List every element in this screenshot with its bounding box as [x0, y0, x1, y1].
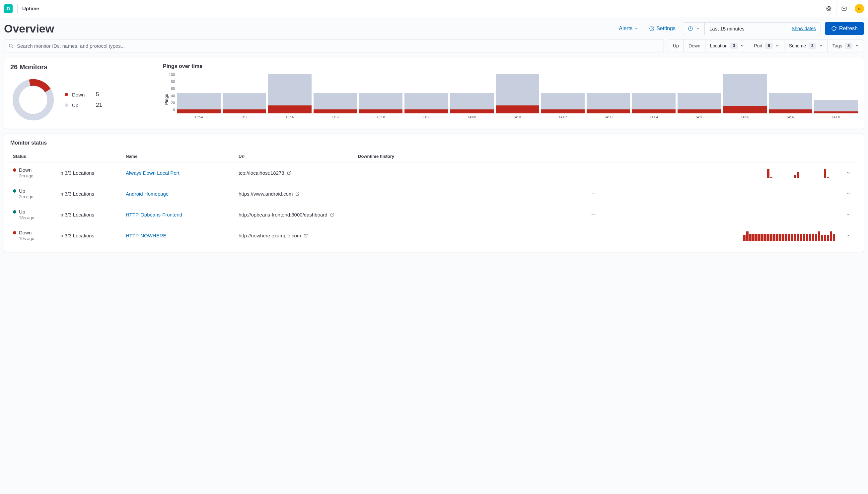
external-link-icon[interactable]: [330, 212, 334, 217]
downtime-bar: [809, 234, 811, 241]
pings-bar-down: [587, 109, 630, 113]
pings-bar-down: [541, 109, 585, 113]
status-dot: [13, 231, 16, 234]
y-tick: 100: [169, 73, 175, 77]
downtime-bar: [785, 178, 787, 178]
y-tick: 60: [169, 87, 175, 91]
x-tick: 13:55: [240, 115, 248, 119]
pings-bar-column: 14:03: [587, 74, 630, 119]
monitor-name-link[interactable]: Android Homepage: [126, 191, 169, 196]
name-cell: Always Down Local Port: [126, 170, 239, 176]
pings-bar-column: 14:00: [450, 74, 493, 119]
show-dates-link[interactable]: Show dates: [792, 26, 816, 31]
status-cell: Up18s ago: [13, 209, 59, 220]
downtime-empty: --: [358, 211, 842, 218]
time-quick-select[interactable]: [683, 22, 704, 35]
expand-row-button[interactable]: [842, 192, 855, 196]
th-name: Name: [126, 154, 239, 159]
monitor-name-link[interactable]: HTTP-NOWHERE: [126, 233, 167, 239]
downtime-bar: [803, 178, 805, 178]
page-header-row: Overview Alerts Settings Last 15 minutes…: [4, 22, 864, 35]
expand-row-button[interactable]: [842, 171, 855, 175]
downtime-bar: [830, 231, 832, 241]
pings-y-axis-label: Pings: [163, 73, 169, 119]
pings-bar-up: [314, 93, 357, 110]
filter-down[interactable]: Down: [684, 39, 705, 52]
pings-bar-up: [541, 93, 585, 110]
downtime-bar: [779, 178, 781, 178]
pings-bar-column: 13:57: [314, 74, 357, 119]
expand-row-button[interactable]: [842, 233, 855, 238]
breadcrumb-uptime[interactable]: Uptime: [22, 6, 39, 11]
filter-tags[interactable]: Tags 8: [828, 39, 864, 52]
downtime-bar: [791, 234, 793, 241]
pings-bar-up: [177, 93, 220, 110]
external-link-icon[interactable]: [295, 192, 300, 196]
refresh-button[interactable]: Refresh: [825, 22, 864, 35]
monitor-status-table: Status Name Url Downtime history Down2m …: [10, 151, 858, 246]
x-tick: 14:01: [513, 115, 522, 119]
pings-bar-down: [723, 106, 767, 113]
legend-up: Up 21: [65, 100, 102, 110]
pings-bar-up: [769, 93, 812, 110]
x-tick: 13:59: [422, 115, 430, 119]
downtime-bar: [773, 234, 775, 241]
pings-bar-up: [723, 74, 767, 106]
downtime-bar: [749, 234, 752, 241]
user-avatar[interactable]: e: [855, 4, 864, 13]
status-cell: Down2m ago: [13, 167, 59, 178]
x-tick: 14:03: [604, 115, 612, 119]
alerts-label: Alerts: [619, 25, 632, 32]
downtime-bar: [809, 178, 811, 178]
settings-label: Settings: [656, 25, 676, 32]
status-text: Down: [19, 167, 32, 173]
x-tick: 14:07: [787, 115, 795, 119]
mail-icon-button[interactable]: [836, 2, 851, 15]
downtime-bar: [797, 172, 799, 178]
search-input[interactable]: [17, 43, 660, 49]
filter-scheme[interactable]: Scheme 3: [784, 39, 828, 52]
pings-bar-column: 13:55: [223, 74, 266, 119]
pings-bar-down: [814, 111, 858, 113]
downtime-bar: [812, 178, 814, 178]
expand-row-button[interactable]: [842, 212, 855, 216]
downtime-history-cell: [358, 230, 842, 241]
newsfeed-icon-button[interactable]: [821, 2, 836, 15]
downtime-bar: [824, 169, 826, 178]
x-tick: 14:05: [695, 115, 703, 119]
downtime-bar: [794, 234, 796, 241]
legend-down-label: Down: [72, 92, 92, 97]
refresh-icon: [831, 26, 836, 31]
alerts-button[interactable]: Alerts: [615, 23, 642, 34]
downtime-bar: [815, 234, 817, 241]
filter-port[interactable]: Port 6: [749, 39, 784, 52]
filter-up[interactable]: Up: [668, 39, 684, 52]
status-dot: [13, 168, 16, 172]
settings-button[interactable]: Settings: [646, 23, 679, 34]
status-time: 19s ago: [13, 236, 59, 241]
downtime-bar: [818, 231, 820, 241]
monitor-name-link[interactable]: HTTP-Opbeans-Frontend: [126, 212, 182, 217]
pings-bars-area: 13:5413:5513:5613:5713:5813:5914:0014:01…: [177, 73, 858, 119]
legend-dot-down: [65, 93, 68, 96]
pings-bar-column: 14:04: [632, 74, 676, 119]
table-row: Down19s agoin 3/3 LocationsHTTP-NOWHEREh…: [10, 225, 858, 246]
app-logo-badge[interactable]: D: [4, 4, 13, 13]
table-row: Down2m agoin 3/3 LocationsAlways Down Lo…: [10, 163, 858, 183]
downtime-bar: [800, 178, 802, 178]
downtime-bar: [806, 234, 808, 241]
filter-tags-count: 8: [845, 43, 852, 49]
external-link-icon[interactable]: [303, 233, 308, 238]
pings-bar-column: 14:02: [541, 74, 585, 119]
y-tick: 20: [169, 101, 175, 105]
monitor-name-link[interactable]: Always Down Local Port: [126, 170, 180, 176]
search-box[interactable]: [4, 39, 664, 52]
pings-bar-up: [359, 93, 403, 110]
filter-location[interactable]: Location 3: [705, 39, 749, 52]
pings-bar-down: [314, 109, 357, 113]
pings-bar-up: [678, 93, 721, 110]
locations-cell: in 3/3 Locations: [59, 233, 126, 239]
external-link-icon[interactable]: [287, 171, 291, 175]
time-range-display[interactable]: Last 15 minutes Show dates: [704, 22, 820, 35]
legend-up-value: 21: [96, 102, 102, 109]
